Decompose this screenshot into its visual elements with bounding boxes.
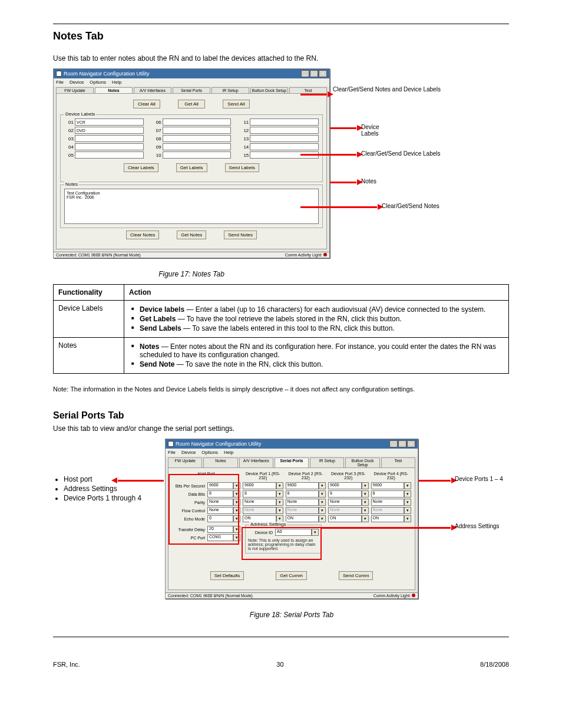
clear-notes-button[interactable]: Clear Notes [126, 230, 159, 239]
figure17-caption: Figure 17: Notes Tab [53, 270, 330, 278]
minimize-button[interactable]: _ [389, 440, 398, 447]
get-notes-button[interactable]: Get Notes [177, 230, 206, 239]
dropdown-icon[interactable]: ▾ [233, 515, 240, 522]
get-all-button[interactable]: Get All [178, 100, 205, 108]
dropdown-icon[interactable]: ▾ [233, 526, 240, 533]
callout-devbtns: Clear/Get/Send Device Labels [361, 150, 491, 157]
dropdown-icon[interactable]: ▾ [276, 482, 283, 489]
device-label-13[interactable] [250, 135, 319, 142]
tab-notes[interactable]: Notes [203, 457, 237, 467]
clear-all-button[interactable]: Clear All [133, 100, 160, 108]
functionality-table: FunctionalityAction Device LabelsDevice … [53, 284, 509, 374]
notes-textarea[interactable]: Test Configuration FSR Inc. 2006 [64, 189, 319, 224]
device-label-04[interactable] [75, 143, 144, 150]
callout-arrow-icon [118, 480, 164, 482]
fine-print-note: Note: The information in the Notes and D… [53, 386, 509, 393]
device-label-10[interactable] [163, 151, 232, 159]
device-label-11[interactable] [250, 118, 319, 126]
dropdown-icon[interactable]: ▾ [362, 507, 369, 514]
addr-group-title: Address Settings [249, 522, 287, 527]
tab-serial-ports[interactable]: Serial Ports [173, 87, 210, 93]
window-title: Room Navigator Configuration Utility [64, 71, 150, 77]
maximize-button[interactable]: □ [398, 440, 406, 447]
dropdown-icon[interactable]: ▾ [404, 490, 411, 498]
dropdown-icon[interactable]: ▾ [319, 482, 326, 489]
tab-a-v-interfaces[interactable]: A/V Interfaces [239, 457, 273, 467]
dropdown-icon[interactable]: ▾ [233, 507, 240, 514]
close-button[interactable]: × [407, 440, 415, 447]
tab-ir-setup[interactable]: IR Setup [310, 457, 344, 467]
dropdown-icon[interactable]: ▾ [319, 507, 326, 514]
device-label-08[interactable] [163, 135, 232, 142]
tab-ir-setup[interactable]: IR Setup [211, 87, 249, 93]
tab-serial-ports[interactable]: Serial Ports [275, 457, 309, 467]
send-all-button[interactable]: Send All [223, 100, 250, 108]
window-title: Room Navigator Configuration Utility [176, 441, 262, 447]
dropdown-icon[interactable]: ▾ [404, 482, 411, 489]
app-icon [168, 441, 174, 447]
menubar[interactable]: FileDeviceOptionsHelp [166, 449, 418, 456]
dropdown-icon[interactable]: ▾ [362, 490, 369, 498]
activity-dot-icon [323, 253, 327, 256]
dropdown-icon[interactable]: ▾ [319, 499, 326, 506]
minimize-button[interactable]: _ [301, 70, 309, 77]
dropdown-icon[interactable]: ▾ [233, 482, 240, 489]
tab-a-v-interfaces[interactable]: A/V Interfaces [134, 87, 171, 93]
device-label-07[interactable] [163, 127, 232, 134]
callout-arrow-icon [300, 94, 327, 95]
callout-notebtns: Clear/Get/Send Notes [382, 203, 500, 209]
dropdown-icon[interactable]: ▾ [233, 499, 240, 506]
comm-activity-label: Comm Activity Light: [373, 594, 415, 598]
dropdown-icon[interactable]: ▾ [276, 507, 283, 514]
dropdown-icon[interactable]: ▾ [362, 515, 369, 522]
device-label-06[interactable] [163, 118, 232, 126]
dropdown-icon[interactable]: ▾ [319, 515, 326, 522]
send-comm-button[interactable]: Send Comm [339, 571, 373, 580]
device-label-01[interactable] [75, 118, 144, 126]
tab-notes[interactable]: Notes [95, 87, 133, 93]
dropdown-icon[interactable]: ▾ [233, 534, 240, 541]
device-label-09[interactable] [163, 143, 232, 150]
dropdown-icon[interactable]: ▾ [276, 499, 283, 506]
tab-button-dock-setup[interactable]: Button Dock Setup [345, 457, 379, 467]
device-label-05[interactable] [75, 151, 144, 159]
device-label-14[interactable] [250, 143, 319, 150]
maximize-button[interactable]: □ [310, 70, 318, 77]
dropdown-icon[interactable]: ▾ [404, 515, 411, 522]
tab-test[interactable]: Test [289, 87, 327, 93]
set-defaults-button[interactable]: Set Defaults [210, 571, 244, 580]
footer-date: 8/18/2008 [480, 661, 509, 668]
dropdown-icon[interactable]: ▾ [404, 507, 411, 514]
dropdown-icon[interactable]: ▾ [233, 490, 240, 498]
menubar[interactable]: FileDeviceOptionsHelp [54, 78, 329, 86]
get-comm-button[interactable]: Get Comm [276, 571, 307, 580]
notes-window: Room Navigator Configuration Utility _ □… [53, 68, 330, 258]
close-button[interactable]: × [319, 70, 327, 77]
device-label-02[interactable] [75, 127, 144, 134]
callout-deviceports: Device Ports 1 – 4 [455, 476, 531, 482]
dropdown-icon[interactable]: ▾ [404, 499, 411, 506]
device-label-03[interactable] [75, 135, 144, 142]
send-labels-button[interactable]: Send Labels [225, 163, 259, 172]
tab-button-dock-setup[interactable]: Button Dock Setup [250, 87, 288, 93]
footer-page: 30 [276, 661, 283, 668]
tab-fw-update[interactable]: FW Update [168, 457, 202, 467]
tab-test[interactable]: Test [381, 457, 415, 467]
dropdown-icon[interactable]: ▾ [312, 529, 319, 536]
device-id-combo[interactable]: A0 [275, 529, 312, 536]
serial-window: Room Navigator Configuration Utility _ □… [165, 439, 418, 599]
comm-activity-label: Comm Activity Light: [285, 253, 327, 257]
device-labels-group-title: Device Labels [64, 111, 96, 117]
title-bar: Room Navigator Configuration Utility _ □… [54, 69, 329, 78]
clear-labels-button[interactable]: Clear Labels [124, 163, 158, 172]
callout-arrow-icon [330, 127, 356, 129]
device-label-12[interactable] [250, 127, 319, 134]
get-labels-button[interactable]: Get Labels [176, 163, 207, 172]
dropdown-icon[interactable]: ▾ [362, 499, 369, 506]
dropdown-icon[interactable]: ▾ [319, 490, 326, 498]
activity-dot-icon [412, 594, 415, 597]
dropdown-icon[interactable]: ▾ [276, 490, 283, 498]
tab-fw-update[interactable]: FW Update [56, 87, 94, 93]
send-notes-button[interactable]: Send Notes [224, 230, 257, 239]
dropdown-icon[interactable]: ▾ [362, 482, 369, 489]
